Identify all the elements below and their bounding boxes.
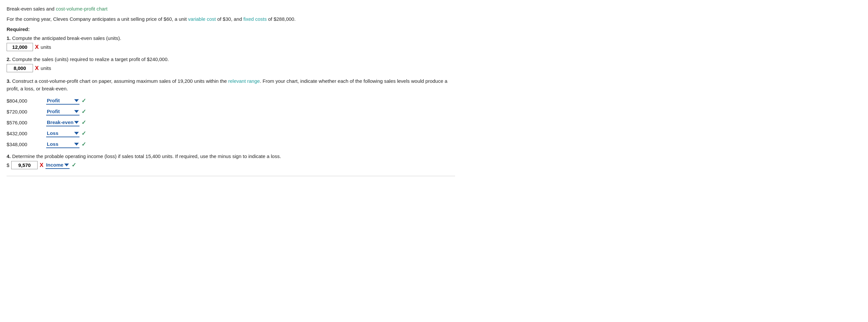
section4-answer-row: $ X Income Loss ✓	[7, 161, 455, 169]
sales-dropdown-3[interactable]: Profit Break-even Loss	[46, 119, 80, 126]
dropdown-wrapper-4: Profit Break-even Loss ✓	[46, 130, 86, 137]
intro-line: For the coming year, Cleves Company anti…	[7, 16, 455, 22]
dropdown-wrapper-2: Profit Break-even Loss ✓	[46, 108, 86, 115]
section1-answer-row: X units	[7, 43, 455, 51]
sales-table: $804,000 Profit Break-even Loss ✓ $720,0…	[7, 97, 455, 148]
bottom-border	[7, 176, 455, 176]
sales-check-1: ✓	[82, 97, 86, 104]
sales-dropdown-1[interactable]: Profit Break-even Loss	[46, 97, 80, 105]
section2-question: 2. Compute the sales (units) required to…	[7, 56, 455, 62]
intro-text-1: For the coming year, Cleves Company anti…	[7, 16, 188, 22]
sales-amount-5: $348,000	[7, 142, 36, 147]
section3-question: 3. Construct a cost-volume-profit chart …	[7, 78, 455, 92]
fixed-costs-label: fixed costs	[243, 16, 267, 22]
sales-row-5: $348,000 Profit Break-even Loss ✓	[7, 141, 455, 148]
sales-amount-4: $432,000	[7, 130, 36, 136]
sales-check-5: ✓	[82, 141, 86, 148]
sales-row-3: $576,000 Profit Break-even Loss ✓	[7, 119, 455, 126]
relevant-range-label: relevant range	[228, 78, 260, 84]
sales-row-4: $432,000 Profit Break-even Loss ✓	[7, 130, 455, 137]
section4-income-dropdown[interactable]: Income Loss	[45, 161, 70, 169]
section1-input[interactable]	[7, 43, 33, 51]
sales-row-2: $720,000 Profit Break-even Loss ✓	[7, 108, 455, 115]
sales-amount-3: $576,000	[7, 120, 36, 125]
section2-input[interactable]	[7, 64, 33, 72]
sales-dropdown-2[interactable]: Profit Break-even Loss	[46, 108, 80, 115]
sales-amount-2: $720,000	[7, 109, 36, 115]
sales-amount-1: $804,000	[7, 98, 36, 104]
section4-status: X	[39, 162, 43, 169]
section-1: 1. Compute the anticipated break-even sa…	[7, 35, 455, 51]
sales-dropdown-4[interactable]: Profit Break-even Loss	[46, 130, 80, 137]
sales-check-3: ✓	[82, 119, 86, 126]
dollar-sign: $	[7, 162, 9, 168]
title-text: Break-even sales and	[7, 6, 56, 11]
section1-units: units	[40, 44, 51, 50]
section4-input[interactable]	[11, 161, 38, 169]
section2-number: 2.	[7, 56, 11, 62]
dropdown-wrapper-3: Profit Break-even Loss ✓	[46, 119, 86, 126]
section-3: 3. Construct a cost-volume-profit chart …	[7, 78, 455, 148]
intro-text-2: of $30, and	[216, 16, 243, 22]
section3-number: 3.	[7, 78, 11, 84]
sales-dropdown-5[interactable]: Profit Break-even Loss	[46, 141, 80, 148]
section2-answer-row: X units	[7, 64, 455, 72]
cvp-chart-link[interactable]: cost-volume-profit chart	[56, 6, 107, 11]
section-4: 4. Determine the probable operating inco…	[7, 153, 455, 169]
dropdown-wrapper-1: Profit Break-even Loss ✓	[46, 97, 86, 105]
section4-question: 4. Determine the probable operating inco…	[7, 153, 455, 159]
intro-text-3: of $288,000.	[267, 16, 296, 22]
sales-check-2: ✓	[82, 108, 86, 115]
required-label: Required:	[7, 26, 455, 32]
section2-units: units	[40, 65, 51, 71]
sales-row-1: $804,000 Profit Break-even Loss ✓	[7, 97, 455, 105]
section4-check: ✓	[71, 162, 76, 169]
section2-status: X	[35, 65, 39, 71]
sales-check-4: ✓	[82, 130, 86, 137]
section4-number: 4.	[7, 153, 11, 159]
section-2: 2. Compute the sales (units) required to…	[7, 56, 455, 72]
variable-cost-label: variable cost	[188, 16, 216, 22]
section1-status: X	[35, 44, 39, 51]
section1-question: 1. Compute the anticipated break-even sa…	[7, 35, 455, 41]
section1-number: 1.	[7, 35, 11, 41]
title-line: Break-even sales and cost-volume-profit …	[7, 6, 455, 11]
dropdown-wrapper-5: Profit Break-even Loss ✓	[46, 141, 86, 148]
